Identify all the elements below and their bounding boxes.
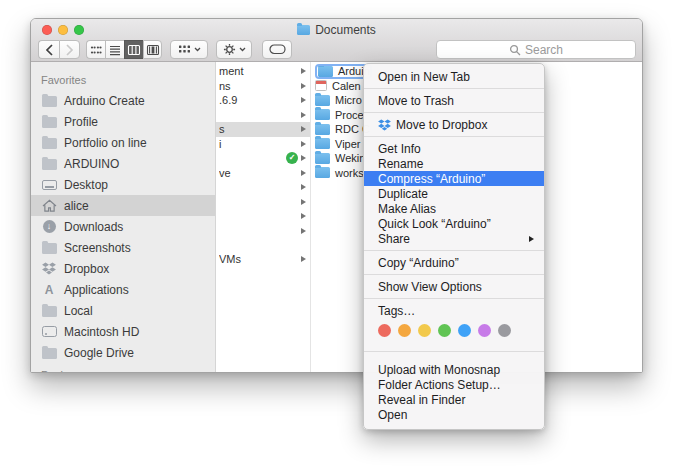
menu-item-open-in-new-tab[interactable]: Open in New Tab: [364, 69, 544, 84]
column1-row[interactable]: [216, 180, 310, 195]
window-title-text: Documents: [315, 23, 376, 37]
folder-icon: [42, 348, 57, 359]
column1-row[interactable]: [216, 195, 310, 210]
sidebar-item-screenshots[interactable]: Screenshots: [31, 237, 215, 258]
column1-row[interactable]: ment: [216, 64, 310, 79]
sidebar-item-downloads[interactable]: ↓ Downloads: [31, 216, 215, 237]
disclosure-arrow-icon: [301, 83, 306, 89]
sidebar-item-alice[interactable]: alice: [31, 195, 215, 216]
column1-row[interactable]: i: [216, 137, 310, 152]
disclosure-arrow-icon: [301, 228, 306, 234]
menu-item-upload-with-monosnap[interactable]: Upload with Monosnap: [364, 362, 544, 377]
disclosure-arrow-icon: [301, 97, 306, 103]
chevron-down-icon: [194, 47, 201, 52]
menu-item-tags[interactable]: Tags…: [364, 303, 544, 318]
tag-button[interactable]: [262, 40, 292, 59]
tag-color-orange[interactable]: [398, 324, 411, 337]
menu-item-open[interactable]: Open: [364, 407, 544, 422]
menu-item-move-to-dropbox[interactable]: Move to Dropbox: [364, 117, 544, 132]
menu-item-get-info[interactable]: Get Info: [364, 141, 544, 156]
tag-color-green[interactable]: [438, 324, 451, 337]
finder-window: Documents: [30, 18, 643, 373]
chevron-right-icon: [65, 44, 74, 56]
disclosure-arrow-icon: [301, 68, 306, 74]
column-view-icon: [127, 44, 141, 56]
coverflow-view-button[interactable]: [143, 40, 162, 59]
blue-folder-icon: [315, 95, 330, 106]
search-placeholder: Search: [525, 43, 563, 57]
blue-folder-icon: [315, 153, 330, 164]
column1-row[interactable]: ve: [216, 166, 310, 181]
folder-icon: [42, 117, 57, 128]
sidebar-item-local[interactable]: Local: [31, 300, 215, 321]
column1-row[interactable]: [216, 224, 310, 239]
folder-icon: [42, 243, 57, 254]
back-button[interactable]: [38, 40, 59, 59]
folder-icon: [42, 96, 57, 107]
disclosure-arrow-icon: [301, 199, 306, 205]
menu-item-make-alias[interactable]: Make Alias: [364, 201, 544, 216]
icon-view-button[interactable]: [86, 40, 105, 59]
sidebar-item-google-drive[interactable]: Google Drive: [31, 342, 215, 363]
column1-row-vms[interactable]: VMs: [216, 252, 310, 267]
blue-folder-icon: [315, 109, 330, 120]
forward-button[interactable]: [59, 40, 80, 59]
screenshot-stage: Documents: [0, 0, 680, 466]
column1-row[interactable]: ns: [216, 79, 310, 94]
sidebar-item-desktop[interactable]: Desktop: [31, 174, 215, 195]
tag-color-yellow[interactable]: [418, 324, 431, 337]
sidebar-item-applications[interactable]: A Applications: [31, 279, 215, 300]
disclosure-arrow-icon: [301, 155, 306, 161]
menu-item-compress-arduino[interactable]: Compress “Arduino”: [364, 171, 544, 186]
column1-row[interactable]: [216, 209, 310, 224]
calendar-icon: [315, 80, 327, 91]
column-view-button[interactable]: [124, 40, 143, 59]
menu-item-show-view-options[interactable]: Show View Options: [364, 279, 544, 294]
menu-item-move-to-trash[interactable]: Move to Trash: [364, 93, 544, 108]
sidebar-item-dropbox[interactable]: Dropbox: [31, 258, 215, 279]
sidebar-item-portfolio-on-line[interactable]: Portfolio on line: [31, 132, 215, 153]
menu-separator: [364, 298, 544, 299]
menu-item-copy-arduino[interactable]: Copy “Arduino”: [364, 255, 544, 270]
action-button[interactable]: [216, 40, 252, 59]
search-input[interactable]: Search: [436, 40, 636, 59]
arrange-icon: [178, 44, 191, 55]
tag-color-gray[interactable]: [498, 324, 511, 337]
list-view-button[interactable]: [105, 40, 124, 59]
menu-item-folder-actions-setup[interactable]: Folder Actions Setup…: [364, 377, 544, 392]
menu-item-duplicate[interactable]: Duplicate: [364, 186, 544, 201]
menu-item-reveal-in-finder[interactable]: Reveal in Finder: [364, 392, 544, 407]
sidebar-section-devices: Devices: [41, 369, 215, 373]
tag-color-blue[interactable]: [458, 324, 471, 337]
documents-folder-icon: [297, 25, 310, 35]
chevron-left-icon: [45, 44, 54, 56]
nav-buttons: [38, 40, 80, 59]
toolbar: Search: [38, 40, 636, 59]
icon-view-icon: [89, 44, 103, 56]
blue-folder-icon: [315, 124, 330, 135]
sidebar-item-arduino[interactable]: ARDUINO: [31, 153, 215, 174]
column1-row[interactable]: [216, 108, 310, 123]
context-menu: Open in New Tab Move to Trash Move to Dr…: [363, 63, 545, 430]
tag-color-red[interactable]: [378, 324, 391, 337]
menu-separator: [364, 112, 544, 113]
menu-item-rename[interactable]: Rename: [364, 156, 544, 171]
menu-item-quick-look-arduino[interactable]: Quick Look “Arduino”: [364, 216, 544, 231]
sidebar-item-arduino-create[interactable]: Arduino Create: [31, 90, 215, 111]
disclosure-arrow-icon: [301, 256, 306, 262]
column1-row-selected[interactable]: s: [216, 122, 310, 137]
dropbox-icon: [378, 119, 391, 131]
search-icon: [509, 44, 521, 56]
sidebar-item-profile[interactable]: Profile: [31, 111, 215, 132]
tag-color-purple[interactable]: [478, 324, 491, 337]
disclosure-arrow-icon: [301, 213, 306, 219]
menu-item-share[interactable]: Share: [364, 231, 544, 246]
disclosure-arrow-icon: [301, 170, 306, 176]
arrange-button[interactable]: [170, 40, 208, 59]
column1-row[interactable]: .6.9: [216, 93, 310, 108]
menu-separator: [364, 274, 544, 275]
gear-icon: [223, 43, 236, 56]
sidebar-item-macintosh-hd[interactable]: Macintosh HD: [31, 321, 215, 342]
column-1: ment ns .6.9 s i ✓ ve VMs: [216, 62, 311, 373]
column1-row[interactable]: ✓: [216, 151, 310, 166]
